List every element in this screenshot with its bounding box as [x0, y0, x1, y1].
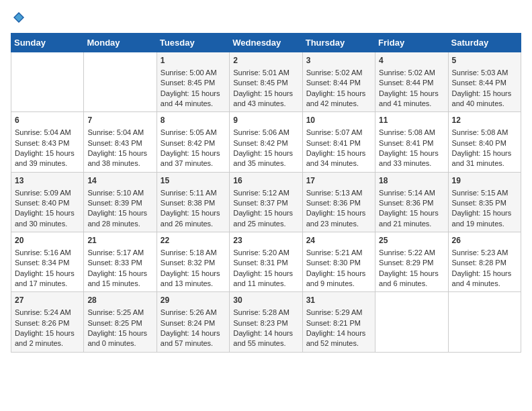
daylight-text: Daylight: 15 hours and 6 minutes.	[379, 269, 439, 287]
calendar-cell: 25Sunrise: 5:22 AMSunset: 8:29 PMDayligh…	[375, 232, 448, 292]
weekday-header: Tuesday	[157, 34, 229, 52]
sunset-text: Sunset: 8:45 PM	[233, 79, 287, 87]
day-number: 5	[452, 55, 517, 66]
calendar-cell: 6Sunrise: 5:04 AMSunset: 8:43 PMDaylight…	[11, 112, 84, 172]
daylight-text: Daylight: 15 hours and 4 minutes.	[452, 269, 512, 287]
daylight-text: Daylight: 15 hours and 28 minutes.	[87, 209, 147, 227]
logo-icon	[12, 11, 26, 24]
sunset-text: Sunset: 8:31 PM	[233, 259, 287, 267]
day-number: 27	[15, 295, 80, 306]
weekday-header: Monday	[84, 34, 157, 52]
calendar-cell: 7Sunrise: 5:04 AMSunset: 8:43 PMDaylight…	[84, 112, 157, 172]
daylight-text: Daylight: 15 hours and 11 minutes.	[233, 269, 293, 287]
calendar-cell: 12Sunrise: 5:08 AMSunset: 8:40 PMDayligh…	[448, 112, 521, 172]
calendar-cell: 27Sunrise: 5:24 AMSunset: 8:26 PMDayligh…	[11, 292, 84, 352]
calendar-cell: 17Sunrise: 5:13 AMSunset: 8:36 PMDayligh…	[302, 172, 375, 232]
day-number: 8	[161, 115, 226, 126]
sunset-text: Sunset: 8:35 PM	[452, 199, 506, 207]
daylight-text: Daylight: 15 hours and 26 minutes.	[161, 209, 220, 227]
sunset-text: Sunset: 8:28 PM	[452, 259, 506, 267]
daylight-text: Daylight: 15 hours and 33 minutes.	[379, 149, 439, 167]
calendar-week-row: 1Sunrise: 5:00 AMSunset: 8:45 PMDaylight…	[11, 52, 521, 112]
day-number: 11	[379, 115, 444, 126]
sunset-text: Sunset: 8:44 PM	[306, 79, 361, 87]
day-number: 17	[306, 175, 371, 187]
daylight-text: Daylight: 15 hours and 15 minutes.	[87, 269, 147, 287]
calendar-header-row: SundayMondayTuesdayWednesdayThursdayFrid…	[11, 34, 521, 52]
sunrise-text: Sunrise: 5:04 AM	[15, 128, 71, 136]
sunrise-text: Sunrise: 5:08 AM	[379, 128, 435, 136]
sunset-text: Sunset: 8:33 PM	[87, 259, 142, 267]
day-number: 6	[15, 115, 80, 126]
day-number: 19	[452, 175, 517, 187]
sunrise-text: Sunrise: 5:15 AM	[452, 189, 508, 197]
sunrise-text: Sunrise: 5:04 AM	[87, 128, 144, 136]
daylight-text: Daylight: 15 hours and 41 minutes.	[379, 89, 439, 107]
day-number: 28	[87, 295, 152, 306]
sunrise-text: Sunrise: 5:26 AM	[161, 308, 217, 316]
calendar-cell: 26Sunrise: 5:23 AMSunset: 8:28 PMDayligh…	[448, 232, 521, 292]
daylight-text: Daylight: 15 hours and 40 minutes.	[452, 89, 512, 107]
calendar-cell: 11Sunrise: 5:08 AMSunset: 8:41 PMDayligh…	[375, 112, 448, 172]
calendar-cell: 19Sunrise: 5:15 AMSunset: 8:35 PMDayligh…	[448, 172, 521, 232]
calendar-cell: 5Sunrise: 5:03 AMSunset: 8:44 PMDaylight…	[448, 52, 521, 112]
day-number: 21	[87, 235, 152, 246]
sunrise-text: Sunrise: 5:22 AM	[379, 248, 435, 257]
day-number: 10	[306, 115, 371, 126]
calendar-cell: 30Sunrise: 5:28 AMSunset: 8:23 PMDayligh…	[230, 292, 302, 352]
calendar-cell	[448, 292, 521, 352]
day-number: 7	[87, 115, 152, 126]
sunrise-text: Sunrise: 5:13 AM	[306, 189, 363, 197]
svg-marker-1	[15, 13, 23, 21]
sunset-text: Sunset: 8:37 PM	[233, 199, 287, 207]
calendar-week-row: 13Sunrise: 5:09 AMSunset: 8:40 PMDayligh…	[11, 172, 521, 232]
sunrise-text: Sunrise: 5:02 AM	[379, 68, 435, 77]
day-number: 2	[233, 55, 298, 66]
calendar-cell: 20Sunrise: 5:16 AMSunset: 8:34 PMDayligh…	[11, 232, 84, 292]
sunset-text: Sunset: 8:40 PM	[452, 139, 506, 147]
daylight-text: Daylight: 15 hours and 13 minutes.	[161, 269, 220, 287]
calendar-cell: 21Sunrise: 5:17 AMSunset: 8:33 PMDayligh…	[84, 232, 157, 292]
daylight-text: Daylight: 15 hours and 39 minutes.	[15, 149, 75, 167]
daylight-text: Daylight: 15 hours and 31 minutes.	[452, 149, 512, 167]
daylight-text: Daylight: 15 hours and 44 minutes.	[161, 89, 220, 107]
daylight-text: Daylight: 15 hours and 25 minutes.	[233, 209, 293, 227]
sunset-text: Sunset: 8:26 PM	[15, 319, 69, 327]
day-number: 14	[87, 175, 152, 187]
day-number: 22	[161, 235, 226, 246]
sunrise-text: Sunrise: 5:05 AM	[161, 128, 217, 136]
sunset-text: Sunset: 8:42 PM	[161, 139, 215, 147]
calendar-cell: 4Sunrise: 5:02 AMSunset: 8:44 PMDaylight…	[375, 52, 448, 112]
calendar-cell: 8Sunrise: 5:05 AMSunset: 8:42 PMDaylight…	[157, 112, 229, 172]
sunrise-text: Sunrise: 5:07 AM	[306, 128, 363, 136]
weekday-header: Thursday	[302, 34, 375, 52]
sunset-text: Sunset: 8:21 PM	[306, 319, 361, 327]
calendar-cell	[84, 52, 157, 112]
calendar-table: SundayMondayTuesdayWednesdayThursdayFrid…	[11, 33, 521, 353]
page-header	[11, 11, 521, 28]
daylight-text: Daylight: 15 hours and 43 minutes.	[233, 89, 293, 107]
calendar-cell: 22Sunrise: 5:18 AMSunset: 8:32 PMDayligh…	[157, 232, 229, 292]
sunrise-text: Sunrise: 5:20 AM	[233, 248, 290, 257]
sunrise-text: Sunrise: 5:00 AM	[161, 68, 217, 77]
daylight-text: Daylight: 15 hours and 37 minutes.	[161, 149, 220, 167]
day-number: 12	[452, 115, 517, 126]
sunset-text: Sunset: 8:44 PM	[379, 79, 433, 87]
sunrise-text: Sunrise: 5:28 AM	[233, 308, 290, 316]
daylight-text: Daylight: 15 hours and 2 minutes.	[15, 329, 75, 347]
day-number: 4	[379, 55, 444, 66]
calendar-cell: 2Sunrise: 5:01 AMSunset: 8:45 PMDaylight…	[230, 52, 302, 112]
daylight-text: Daylight: 15 hours and 42 minutes.	[306, 89, 366, 107]
sunrise-text: Sunrise: 5:12 AM	[233, 189, 290, 197]
sunrise-text: Sunrise: 5:02 AM	[306, 68, 363, 77]
calendar-cell: 31Sunrise: 5:29 AMSunset: 8:21 PMDayligh…	[302, 292, 375, 352]
day-number: 16	[233, 175, 298, 187]
day-number: 15	[161, 175, 226, 187]
calendar-cell: 13Sunrise: 5:09 AMSunset: 8:40 PMDayligh…	[11, 172, 84, 232]
sunset-text: Sunset: 8:43 PM	[15, 139, 69, 147]
sunset-text: Sunset: 8:29 PM	[379, 259, 433, 267]
day-number: 30	[233, 295, 298, 306]
sunrise-text: Sunrise: 5:01 AM	[233, 68, 290, 77]
daylight-text: Daylight: 15 hours and 30 minutes.	[15, 209, 75, 227]
sunrise-text: Sunrise: 5:24 AM	[15, 308, 71, 316]
